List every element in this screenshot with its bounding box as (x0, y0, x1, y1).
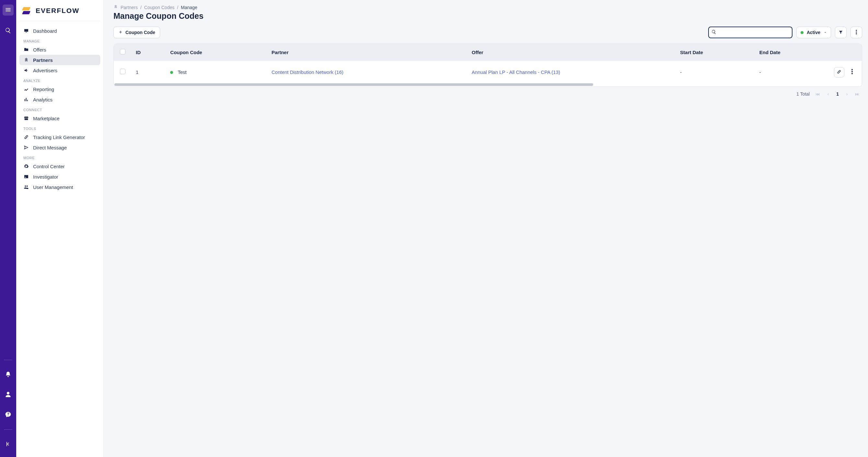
brand[interactable]: EVERFLOW (20, 6, 100, 21)
plus-icon (118, 30, 123, 35)
offer-link[interactable]: Annual Plan LP - All Channels - CPA (13) (472, 69, 560, 75)
sidebar-item-investigator[interactable]: Investigator (20, 172, 100, 182)
rail-menu-button[interactable] (3, 4, 13, 16)
pagination-prev-button[interactable]: ‹ (826, 91, 830, 97)
row-menu-button[interactable] (849, 67, 855, 77)
breadcrumb-item-partners[interactable]: Partners (121, 5, 138, 10)
kebab-icon (851, 69, 853, 75)
search-input[interactable] (708, 27, 793, 38)
id-icon (23, 174, 29, 180)
col-id[interactable]: ID (131, 44, 166, 61)
user-icon (5, 391, 11, 399)
sidebar-item-label: Reporting (33, 87, 54, 92)
coupon-code-text: Test (178, 69, 187, 75)
sidebar-item-partners[interactable]: Partners (20, 55, 100, 65)
rail-collapse-button[interactable] (3, 439, 13, 450)
rail-search-button[interactable] (3, 25, 13, 36)
status-filter-dropdown[interactable]: Active (796, 27, 831, 38)
svg-point-4 (851, 71, 853, 72)
rail-help-button[interactable] (3, 409, 13, 420)
sidebar-item-label: Offers (33, 47, 46, 53)
sidebar-item-label: Advertisers (33, 68, 57, 73)
cell-end-date: - (755, 61, 830, 83)
pagination-next-button[interactable]: › (845, 91, 849, 97)
caret-down-icon (824, 30, 827, 35)
page-title: Manage Coupon Codes (114, 11, 862, 21)
filter-button[interactable] (835, 27, 847, 38)
table-row: 1 Test Content Distribution Network (16)… (114, 61, 862, 83)
svg-point-3 (851, 69, 853, 70)
users-icon (23, 184, 29, 190)
sidebar-section-connect: CONNECT (20, 105, 100, 113)
horizontal-scrollbar[interactable] (115, 83, 593, 86)
svg-point-2 (856, 33, 857, 34)
rail-divider (4, 429, 12, 430)
folder-icon (23, 47, 29, 53)
sidebar-item-label: Marketplace (33, 116, 60, 121)
sitemap-icon (23, 57, 29, 63)
collapse-icon (5, 441, 11, 448)
megaphone-icon (23, 67, 29, 73)
sidebar-item-label: Analytics (33, 97, 53, 102)
search-box (708, 27, 793, 38)
table-header-row: ID Coupon Code Partner Offer Start Date … (114, 44, 862, 61)
breadcrumb: Partners / Coupon Codes / Manage (114, 4, 862, 10)
toolbar: Coupon Code Active (114, 27, 862, 38)
sidebar-item-analytics[interactable]: Analytics (20, 94, 100, 105)
table-options-button[interactable] (850, 27, 862, 38)
store-icon (23, 115, 29, 121)
col-offer[interactable]: Offer (467, 44, 676, 61)
search-icon (711, 30, 716, 35)
col-partner[interactable]: Partner (267, 44, 467, 61)
sidebar-item-user-management[interactable]: User Management (20, 182, 100, 192)
status-dot-icon (801, 31, 804, 34)
col-coupon-code[interactable]: Coupon Code (166, 44, 267, 61)
sidebar-item-advertisers[interactable]: Advertisers (20, 65, 100, 75)
pagination: 1 Total ⏮ ‹ 1 › ⏭ (114, 87, 862, 97)
sidebar-item-direct-message[interactable]: Direct Message (20, 142, 100, 153)
rail-notifications-button[interactable] (3, 369, 13, 380)
rail-divider (4, 360, 12, 360)
sidebar-item-control-center[interactable]: Control Center (20, 161, 100, 172)
brand-name: EVERFLOW (36, 7, 80, 14)
breadcrumb-separator: / (141, 5, 142, 10)
sidebar-item-label: Control Center (33, 164, 65, 169)
cell-coupon-code: Test (166, 61, 267, 83)
col-start-date[interactable]: Start Date (676, 44, 754, 61)
sidebar-section-more: MORE (20, 153, 100, 161)
sidebar-item-marketplace[interactable]: Marketplace (20, 113, 100, 123)
pagination-last-button[interactable]: ⏭ (855, 91, 860, 97)
cell-start-date: - (676, 61, 754, 83)
sidebar-item-tracking-link[interactable]: Tracking Link Generator (20, 132, 100, 142)
rail-profile-button[interactable] (3, 389, 13, 400)
main: Partners / Coupon Codes / Manage Manage … (104, 0, 868, 457)
purple-rail (0, 0, 16, 457)
breadcrumb-icon (114, 4, 118, 10)
breadcrumb-separator: / (177, 5, 178, 10)
col-end-date[interactable]: End Date (755, 44, 830, 61)
help-chat-icon (5, 411, 11, 419)
sidebar-item-label: User Management (33, 184, 73, 190)
row-checkbox[interactable] (120, 69, 125, 74)
sidebar-item-reporting[interactable]: Reporting (20, 84, 100, 94)
send-icon (23, 145, 29, 150)
partner-link[interactable]: Content Distribution Network (16) (272, 69, 344, 75)
link-icon (23, 134, 29, 140)
breadcrumb-item-coupon-codes[interactable]: Coupon Codes (144, 5, 175, 10)
sidebar-item-offers[interactable]: Offers (20, 44, 100, 55)
sidebar-section-analyze: ANALYZE (20, 75, 100, 84)
kebab-icon (854, 30, 859, 35)
sidebar-item-label: Partners (33, 57, 53, 63)
gear-icon (23, 163, 29, 169)
add-coupon-button[interactable]: Coupon Code (114, 27, 160, 38)
chart-icon (23, 86, 29, 92)
pagination-first-button[interactable]: ⏮ (815, 91, 820, 97)
copy-link-button[interactable] (834, 67, 844, 78)
select-all-checkbox[interactable] (120, 49, 125, 55)
cell-id: 1 (131, 61, 166, 83)
svg-point-1 (856, 31, 857, 33)
sidebar-item-dashboard[interactable]: Dashboard (20, 26, 100, 36)
status-dot-icon (170, 71, 173, 74)
breadcrumb-item-manage: Manage (181, 5, 197, 10)
filter-icon (838, 30, 843, 35)
